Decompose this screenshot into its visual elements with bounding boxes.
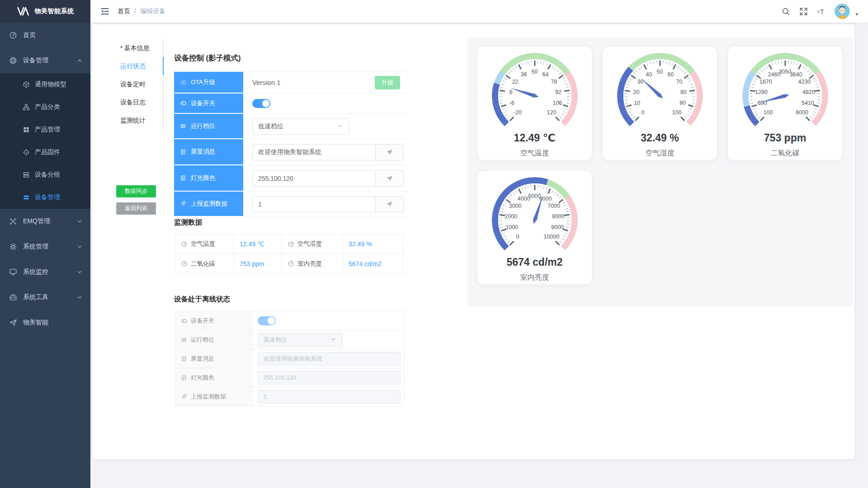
tab-label: 监测统计 [120, 117, 146, 124]
clip-icon [181, 394, 187, 400]
logo-mark-icon [17, 7, 30, 16]
message-label-cell: 屏显消息 [174, 139, 243, 165]
sidebar-item-monitor[interactable]: 系统监控 [0, 259, 90, 285]
sidebar-item-grid[interactable]: 产品管理 [0, 118, 90, 141]
breadcrumb-separator: / [134, 8, 136, 15]
tab-运行状态[interactable]: 运行状态 [114, 57, 164, 75]
tab-设备定时[interactable]: 设备定时 [114, 75, 164, 93]
back-to-list-button[interactable]: 返回列表 [116, 202, 156, 215]
sidebar-item-nodes[interactable]: EMQ管理 [0, 209, 90, 234]
offline-table: 设备开关 运行档位 高速档位 屏显消息 灯光颜色 上报监测数据 [175, 311, 404, 406]
sidebar-item-sitemap[interactable]: 产品分类 [0, 96, 90, 118]
control-row-light: 灯光颜色 [174, 165, 407, 192]
aim-icon [180, 79, 187, 86]
gauge-card-空气温度: -20-6822365064789210612012.49 ℃空气温度 [477, 46, 592, 160]
tab-label: 设备日志 [120, 99, 146, 106]
sidebar-item-label: 产品固件 [35, 148, 60, 156]
bars-icon [23, 194, 30, 201]
hamburger-icon[interactable] [100, 7, 109, 16]
report-input[interactable] [252, 196, 376, 212]
send-report-button[interactable] [376, 196, 404, 212]
caret-down-icon[interactable]: ▾ [855, 11, 858, 17]
ota-value-cell: Version 1 升级 [243, 72, 407, 94]
message-value-cell [243, 139, 407, 165]
message-label: 屏显消息 [191, 148, 215, 156]
chip-icon [23, 149, 30, 156]
app-logo[interactable]: 物美智能系统 [0, 0, 90, 23]
svg-text:T: T [817, 9, 820, 14]
report-value-cell [243, 192, 407, 217]
monitor-value-cell: 5674 cd/m2 [343, 254, 403, 273]
breadcrumb-home[interactable]: 首页 [118, 7, 130, 15]
gauge-needle [742, 53, 828, 139]
avatar[interactable] [835, 4, 850, 19]
data-sync-button[interactable]: 数据同步 [116, 185, 156, 197]
offline-light-input [258, 371, 401, 385]
search-icon[interactable] [782, 7, 790, 16]
firmware-version: Version 1 [252, 79, 281, 86]
report-label-cell: 上报监测数据 [174, 192, 243, 216]
control-row-switch: 设备开关 [174, 94, 407, 114]
monitor-label-cell: 空气温度 [175, 235, 234, 254]
sidebar-item-plane[interactable]: 物美智能 [0, 310, 90, 335]
gauge-title: 二氧化碳 [771, 149, 800, 158]
gauge-value: 32.49 % [617, 132, 703, 144]
sidebar-item-bars[interactable]: 设备管理 [0, 186, 90, 209]
group-icon [23, 171, 30, 178]
send-light-button[interactable] [376, 170, 404, 187]
sidebar-item-cube[interactable]: 通用物模型 [0, 73, 90, 96]
gauge-icon [181, 260, 188, 267]
monitor-icon [9, 268, 17, 276]
gear-select[interactable]: 低速档位 [252, 118, 349, 135]
sidebar-item-label: EMQ管理 [23, 217, 50, 225]
tab-label: 基本信息 [124, 44, 149, 52]
sidebar-item-label: 通用物模型 [35, 80, 66, 89]
sidebar-item-label: 物美智能 [23, 319, 48, 327]
sidebar-item-label: 首页 [23, 31, 36, 39]
send-message-button[interactable] [376, 144, 404, 160]
light-label: 灯光颜色 [191, 174, 215, 182]
sidebar-item-gear[interactable]: 系统管理 [0, 234, 90, 259]
app-title: 物美智能系统 [35, 7, 74, 15]
chevron-down-icon [330, 337, 337, 343]
sidebar-item-device[interactable]: 设备管理 [0, 48, 90, 73]
tab-基本信息[interactable]: *基本信息 [114, 39, 164, 57]
breadcrumb: 首页 / 编辑设备 [118, 7, 165, 15]
clip-icon [180, 201, 187, 207]
gauge-value: 5674 cd/m2 [492, 256, 578, 268]
send-icon [386, 200, 393, 208]
grid-icon [23, 126, 30, 133]
sidebar-item-label: 设备分组 [35, 171, 60, 179]
nodes-icon [9, 217, 17, 225]
gauge: 0100020003000400050006000700080009000100… [492, 177, 578, 263]
section-title-monitor: 监测数据 [174, 218, 202, 227]
fullscreen-icon[interactable] [799, 7, 808, 16]
light-color-input[interactable] [252, 170, 376, 187]
sidebar-item-group[interactable]: 设备分组 [0, 164, 90, 186]
upgrade-button[interactable]: 升级 [375, 76, 400, 89]
message-input[interactable] [252, 144, 376, 160]
sidebar-item-toolbox[interactable]: 系统工具 [0, 285, 90, 310]
sidebar-item-chip[interactable]: 产品固件 [0, 141, 90, 164]
font-size-icon[interactable]: TT [817, 7, 826, 16]
plane-icon [9, 319, 17, 327]
doc-icon [180, 175, 187, 182]
sidebar-item-dashboard[interactable]: 首页 [0, 23, 90, 48]
tab-设备日志[interactable]: 设备日志 [114, 93, 164, 111]
offline-row-switch: 设备开关 [175, 311, 404, 330]
gauge-value: 753 ppm [742, 132, 828, 144]
monitor-table: 空气温度 12.49 ℃ 空气湿度 32.49 % 二氧化碳 753 ppm 室… [175, 234, 403, 274]
offline-row-light: 灯光颜色 [175, 368, 404, 387]
monitor-label-cell: 二氧化碳 [175, 254, 234, 273]
chevron-down-icon [77, 295, 82, 300]
topbar: 首页 / 编辑设备 TT ▾ [90, 0, 868, 23]
sidebar-item-label: 系统管理 [23, 243, 48, 251]
section-title-control: 设备控制 (影子模式) [174, 53, 241, 63]
sidebar-menu: 首页设备管理通用物模型产品分类产品管理产品固件设备分组设备管理EMQ管理系统管理… [0, 23, 90, 335]
bars3-icon [181, 337, 187, 343]
gear-label: 运行档位 [191, 122, 215, 130]
doc-icon [181, 356, 187, 362]
tab-监测统计[interactable]: 监测统计 [114, 111, 164, 129]
device-switch-toggle[interactable] [252, 99, 270, 108]
monitor-label-cell: 空气湿度 [282, 235, 343, 254]
